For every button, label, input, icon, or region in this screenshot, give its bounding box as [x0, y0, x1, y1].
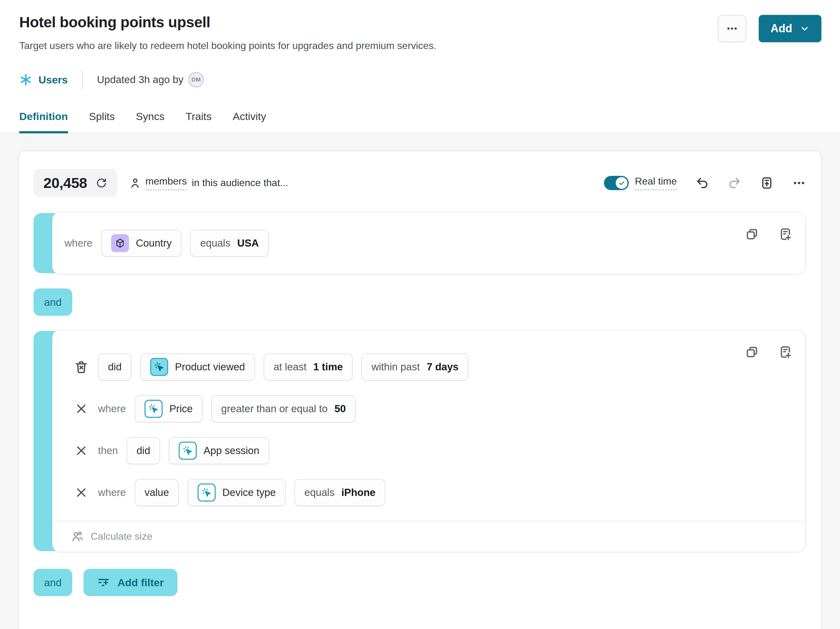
page-description: Target users who are likely to redeem ho… — [19, 40, 436, 52]
condition-group-country: where Country equals USA — [33, 212, 806, 274]
members-phrase: members in this audience that... — [129, 175, 289, 191]
tab-traits[interactable]: Traits — [186, 110, 212, 133]
add-button[interactable]: Add — [759, 15, 821, 42]
undo-icon — [695, 176, 709, 190]
property-name: Price — [169, 403, 193, 415]
add-filter-label: Add filter — [118, 577, 164, 589]
add-button-label: Add — [771, 22, 792, 35]
condition-group-event: did Product viewed at least 1 time — [33, 330, 806, 552]
window-value: 7 days — [426, 361, 458, 373]
mouse-pointer-click-icon — [197, 484, 216, 501]
audience-summary-row: 20,458 members in this audience that... — [33, 169, 806, 197]
and-connector[interactable]: and — [33, 288, 72, 316]
condition-prefix: where — [65, 237, 92, 249]
condition-prefix: where — [98, 403, 126, 415]
operator-value-chip-country[interactable]: equals USA — [190, 230, 268, 257]
add-filter-button[interactable]: Add filter — [84, 569, 177, 596]
member-count-pill: 20,458 — [33, 169, 117, 197]
did-chip[interactable]: did — [126, 437, 160, 464]
frequency-chip[interactable]: at least 1 time — [264, 353, 353, 381]
filter-plus-icon — [97, 576, 110, 589]
condition-prefix: where — [98, 487, 126, 498]
members-selector[interactable]: members — [145, 175, 187, 191]
frequency-operator: at least — [273, 361, 306, 373]
avatar: DM — [188, 72, 204, 87]
remove-filter-button[interactable] — [73, 403, 89, 415]
note-add-icon — [778, 345, 792, 359]
event-chip-app-session[interactable]: App session — [169, 437, 269, 464]
property-chip-country[interactable]: Country — [101, 230, 182, 257]
tab-syncs[interactable]: Syncs — [136, 110, 165, 133]
tab-definition[interactable]: Definition — [19, 110, 68, 133]
add-note-button[interactable] — [778, 345, 792, 359]
copy-icon — [745, 227, 759, 241]
and-connector[interactable]: and — [33, 569, 72, 596]
page-header: Hotel booking points upsell Target users… — [0, 0, 840, 133]
value-label: value — [145, 487, 169, 498]
event-property-row-device: where value Device type equals i — [73, 479, 805, 506]
check-icon — [616, 177, 627, 189]
builder-toolbar: Real time — [604, 175, 806, 191]
sequence-row-app-session: then did App session — [73, 437, 805, 464]
card-more-button[interactable] — [792, 176, 806, 190]
event-chip-product-viewed[interactable]: Product viewed — [140, 353, 255, 381]
calculate-size-label: Calculate size — [91, 531, 152, 542]
header-more-button[interactable] — [718, 15, 746, 42]
snowflake-icon — [19, 73, 32, 86]
did-label: did — [136, 445, 150, 457]
event-condition-row: did Product viewed at least 1 time — [73, 353, 805, 381]
mouse-pointer-click-icon — [145, 400, 163, 418]
save-version-button[interactable] — [760, 176, 774, 190]
ellipsis-icon — [726, 22, 738, 35]
add-condition-row: and Add filter — [33, 569, 806, 596]
ellipsis-icon — [792, 176, 806, 190]
value-text: 50 — [335, 403, 346, 415]
undo-button[interactable] — [695, 176, 709, 190]
realtime-label: Real time — [635, 175, 677, 191]
chevron-down-icon — [800, 24, 810, 33]
tab-splits[interactable]: Splits — [89, 110, 115, 133]
event-property-row-price: where Price greater than or equal to 50 — [73, 395, 805, 422]
value-text: iPhone — [341, 487, 375, 498]
redo-icon — [728, 176, 741, 190]
add-note-button[interactable] — [778, 227, 792, 241]
operator-text: equals — [200, 237, 230, 249]
tab-bar: Definition Splits Syncs Traits Activity — [0, 110, 840, 133]
close-icon — [75, 486, 87, 499]
copy-icon — [745, 345, 759, 359]
cube-icon — [111, 234, 129, 252]
operator-value-chip-device[interactable]: equals iPhone — [294, 479, 385, 506]
value-chip[interactable]: value — [135, 479, 179, 506]
member-count: 20,458 — [43, 174, 87, 191]
realtime-toggle[interactable] — [604, 176, 629, 190]
refresh-count-button[interactable] — [96, 177, 107, 189]
time-window-chip[interactable]: within past 7 days — [362, 353, 468, 381]
delete-condition-button[interactable] — [73, 359, 89, 374]
entity-label: Users — [38, 74, 68, 86]
property-chip-device-type[interactable]: Device type — [188, 479, 286, 506]
connector-row: and — [33, 288, 806, 316]
meta-row: Users Updated 3h ago by DM — [19, 69, 840, 90]
calculate-size-button[interactable]: Calculate size — [53, 521, 805, 552]
redo-button[interactable] — [728, 176, 741, 190]
operator-text: equals — [304, 487, 335, 498]
divider — [82, 69, 83, 90]
remove-sequence-button[interactable] — [73, 445, 89, 457]
did-chip[interactable]: did — [98, 353, 131, 381]
mouse-pointer-click-icon — [150, 358, 168, 376]
operator-value-chip-price[interactable]: greater than or equal to 50 — [211, 395, 356, 422]
duplicate-condition-button[interactable] — [745, 227, 759, 241]
value-text: USA — [237, 237, 259, 249]
audience-definition-card: 20,458 members in this audience that... — [19, 151, 821, 629]
person-icon — [129, 177, 141, 189]
content-area: 20,458 members in this audience that... — [0, 133, 840, 629]
property-chip-price[interactable]: Price — [135, 395, 202, 422]
frequency-value: 1 time — [313, 361, 343, 373]
tab-activity[interactable]: Activity — [233, 110, 266, 133]
window-operator: within past — [371, 361, 420, 373]
duplicate-condition-button[interactable] — [745, 345, 759, 359]
property-name: Country — [136, 237, 172, 249]
remove-filter-button[interactable] — [73, 486, 89, 499]
close-icon — [75, 403, 87, 415]
updated-text: Updated 3h ago by — [97, 74, 184, 86]
